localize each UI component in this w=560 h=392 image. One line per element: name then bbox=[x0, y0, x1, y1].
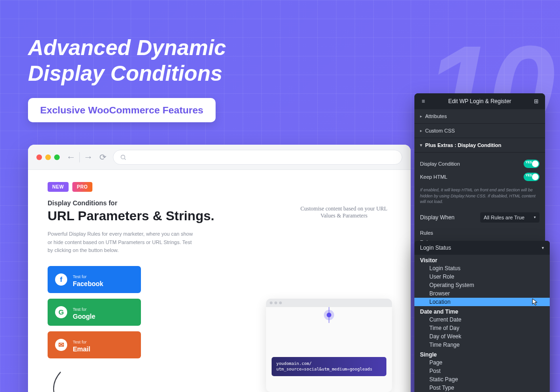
mini-body: youdomain.com/ utm_source=social&utm_med… bbox=[266, 307, 392, 392]
dropdown-group: Visitor bbox=[414, 255, 550, 264]
dropdown-item[interactable]: Post Type bbox=[414, 384, 550, 392]
accordion-attributes[interactable]: ▸Attributes bbox=[414, 109, 545, 124]
dropdown-group: Single bbox=[414, 349, 550, 358]
headline-line1: Advanced Dynamic bbox=[28, 35, 226, 60]
search-icon bbox=[120, 154, 126, 161]
email-icon: ✉ bbox=[55, 339, 67, 351]
display-when-row: Display When All Rules are True ▾ bbox=[414, 210, 545, 225]
chevron-right-icon: ▸ bbox=[420, 114, 422, 119]
accordion-custom-css[interactable]: ▸Custom CSS bbox=[414, 124, 545, 138]
mini-url-overlay: youdomain.com/ utm_source=social&utm_med… bbox=[272, 357, 386, 376]
dropdown-item[interactable]: Location bbox=[414, 298, 550, 306]
badges: NEW PRO bbox=[48, 182, 391, 192]
btn-label: Google bbox=[73, 313, 95, 320]
display-when-select[interactable]: All Rules are True ▾ bbox=[480, 212, 539, 223]
test-google-button[interactable]: G Test for Google bbox=[48, 299, 141, 326]
badge-pro: PRO bbox=[72, 182, 92, 192]
nav-arrows: ← → bbox=[66, 152, 93, 162]
accordion-display-condition[interactable]: ▾Plus Extras : Display Condition bbox=[414, 138, 545, 153]
test-facebook-button[interactable]: f Test for Facebook bbox=[48, 266, 141, 293]
dropdown-item[interactable]: Static Page bbox=[414, 375, 550, 384]
minimize-dot[interactable] bbox=[45, 154, 51, 160]
dropdown-item[interactable]: Current Date bbox=[414, 315, 550, 324]
test-email-button[interactable]: ✉ Test for Email bbox=[48, 331, 141, 358]
google-icon: G bbox=[55, 306, 67, 318]
address-bar[interactable] bbox=[113, 150, 402, 165]
mini-chrome bbox=[266, 299, 392, 307]
panel-header: ≡ Edit WP Login & Register ⊞ bbox=[414, 93, 545, 109]
refresh-icon[interactable]: ⟳ bbox=[99, 152, 106, 162]
close-dot[interactable] bbox=[36, 154, 42, 160]
feature-pill: Exclusive WooCommerce Features bbox=[28, 98, 216, 122]
dropdown-item[interactable]: Login Status bbox=[414, 264, 550, 273]
handwritten-callout: Customise content based on your URL Valu… bbox=[300, 205, 388, 219]
dropdown-item[interactable]: Time of Day bbox=[414, 324, 550, 332]
toggle-section: Display Condition YES Keep HTML YES bbox=[414, 153, 545, 185]
dropdown-item[interactable]: Page bbox=[414, 358, 550, 367]
dropdown-item[interactable]: Time Range bbox=[414, 341, 550, 349]
keep-html-toggle[interactable]: YES bbox=[524, 173, 539, 181]
badge-new: NEW bbox=[48, 182, 69, 192]
chevron-down-icon: ▾ bbox=[420, 143, 422, 147]
rule-select-dropdown: Login Status ▾ VisitorLogin StatusUser R… bbox=[414, 241, 550, 392]
traffic-lights bbox=[36, 154, 60, 160]
headline-line2: Display Conditions bbox=[28, 61, 223, 85]
chevron-right-icon: ▸ bbox=[420, 128, 422, 133]
forward-icon[interactable]: → bbox=[84, 152, 93, 162]
divider bbox=[79, 152, 80, 162]
sketch-arrow-icon bbox=[47, 370, 65, 392]
display-condition-row: Display Condition YES bbox=[420, 157, 539, 170]
dropdown-item[interactable]: Day of Week bbox=[414, 332, 550, 341]
svg-line-1 bbox=[125, 158, 126, 160]
display-condition-toggle[interactable]: YES bbox=[524, 160, 539, 168]
page-description: Powerful Display Rules for every markete… bbox=[48, 230, 197, 255]
dropdown-body: VisitorLogin StatusUser RoleOperating Sy… bbox=[414, 255, 550, 392]
page-content: NEW PRO Display Conditions for URL Param… bbox=[28, 170, 411, 371]
hamburger-icon[interactable]: ≡ bbox=[419, 97, 427, 105]
svg-point-0 bbox=[121, 155, 125, 159]
chevron-down-icon: ▾ bbox=[534, 215, 536, 219]
cursor-icon bbox=[532, 298, 539, 306]
browser-chrome: ← → ⟳ bbox=[28, 145, 411, 170]
mini-browser-preview: youdomain.com/ utm_source=social&utm_med… bbox=[266, 299, 392, 392]
mini-marker-icon bbox=[327, 313, 331, 317]
keep-html-row: Keep HTML YES bbox=[420, 170, 539, 183]
dropdown-item[interactable]: User Role bbox=[414, 273, 550, 281]
dropdown-item[interactable]: Operating System bbox=[414, 281, 550, 289]
dropdown-item[interactable]: Post bbox=[414, 367, 550, 375]
facebook-icon: f bbox=[55, 273, 67, 286]
test-buttons: f Test for Facebook G Test for Google ✉ … bbox=[48, 266, 141, 358]
rules-label: Rules bbox=[414, 225, 545, 238]
dropdown-item[interactable]: Browser bbox=[414, 289, 550, 298]
panel-title: Edit WP Login & Register bbox=[448, 98, 511, 105]
btn-label: Email bbox=[73, 345, 90, 353]
maximize-dot[interactable] bbox=[54, 154, 60, 160]
keep-html-hint: If enabled, It will keep HTML on front e… bbox=[414, 185, 545, 210]
dropdown-header[interactable]: Login Status ▾ bbox=[414, 241, 550, 255]
back-icon[interactable]: ← bbox=[66, 152, 76, 162]
btn-label: Facebook bbox=[73, 280, 103, 287]
browser-window: ← → ⟳ NEW PRO Display Conditions for URL… bbox=[28, 145, 411, 392]
apps-icon[interactable]: ⊞ bbox=[532, 97, 540, 105]
chevron-down-icon: ▾ bbox=[542, 245, 544, 250]
headline: Advanced Dynamic Display Conditions bbox=[28, 35, 226, 86]
dropdown-group: Date and Time bbox=[414, 306, 550, 315]
